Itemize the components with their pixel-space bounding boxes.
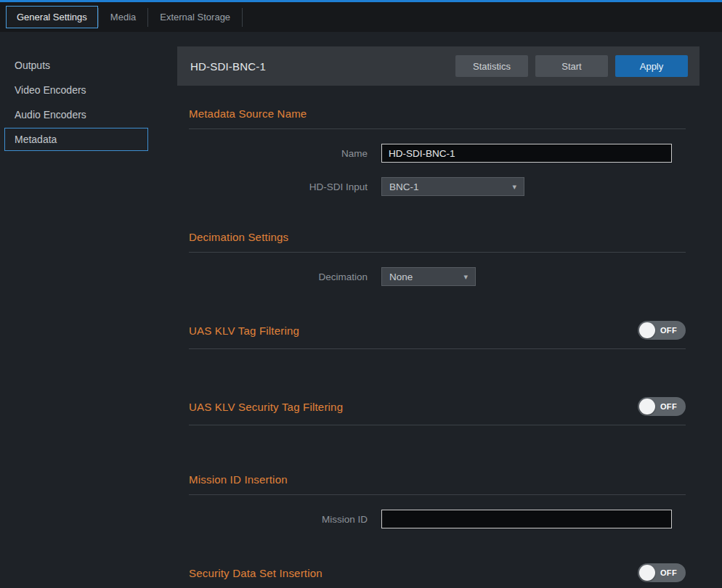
sidebar: Outputs Video Encoders Audio Encoders Me… bbox=[0, 32, 177, 588]
page-title: HD-SDI-BNC-1 bbox=[190, 60, 266, 73]
section-title: UAS KLV Tag Filtering bbox=[189, 324, 299, 337]
section-decimation-settings: Decimation Settings bbox=[189, 231, 686, 243]
mission-id-row: Mission ID bbox=[189, 510, 686, 528]
section-divider bbox=[189, 348, 686, 349]
settings-form: Metadata Source Name Name HD-SDI Input B… bbox=[177, 107, 699, 588]
toggle-state-label: OFF bbox=[660, 568, 677, 577]
sidebar-item-outputs[interactable]: Outputs bbox=[4, 54, 148, 77]
section-uas-klv-tag-filtering: UAS KLV Tag Filtering OFF bbox=[189, 321, 686, 340]
section-mission-id-insertion: Mission ID Insertion bbox=[189, 473, 686, 486]
decimation-label: Decimation bbox=[189, 271, 381, 282]
toggle-knob bbox=[639, 322, 655, 338]
toggle-knob bbox=[639, 399, 655, 415]
chevron-down-icon: ▾ bbox=[463, 272, 468, 282]
sidebar-item-metadata[interactable]: Metadata bbox=[4, 128, 148, 151]
mission-id-input[interactable] bbox=[381, 510, 672, 528]
hd-sdi-input-row: HD-SDI Input BNC-1 ▾ bbox=[189, 177, 686, 196]
sidebar-item-video-encoders[interactable]: Video Encoders bbox=[4, 78, 148, 102]
section-divider bbox=[189, 494, 686, 495]
section-title: Security Data Set Insertion bbox=[189, 567, 323, 579]
toggle-knob bbox=[639, 565, 655, 581]
section-divider bbox=[189, 128, 686, 129]
decimation-row: Decimation None ▾ bbox=[189, 267, 686, 286]
toggle-state-label: OFF bbox=[660, 402, 677, 411]
security-data-set-insertion-toggle[interactable]: OFF bbox=[638, 563, 686, 582]
tab-label: External Storage bbox=[160, 12, 230, 23]
tab-external-storage[interactable]: External Storage bbox=[148, 6, 242, 28]
panel-header: HD-SDI-BNC-1 Statistics Start Apply bbox=[177, 46, 699, 86]
name-input[interactable] bbox=[381, 144, 672, 163]
section-security-data-set-insertion: Security Data Set Insertion OFF bbox=[189, 563, 686, 582]
top-tab-bar: General Settings Media External Storage bbox=[0, 0, 722, 32]
chevron-down-icon: ▾ bbox=[512, 182, 516, 192]
section-title: Decimation Settings bbox=[189, 231, 288, 243]
section-divider bbox=[189, 425, 686, 425]
tab-general-settings[interactable]: General Settings bbox=[6, 6, 98, 28]
statistics-button[interactable]: Statistics bbox=[455, 55, 528, 77]
section-uas-klv-security-tag-filtering: UAS KLV Security Tag Filtering OFF bbox=[189, 397, 686, 416]
apply-button[interactable]: Apply bbox=[615, 55, 688, 77]
mission-id-label: Mission ID bbox=[189, 514, 381, 525]
section-metadata-source-name: Metadata Source Name bbox=[189, 107, 686, 120]
toggle-state-label: OFF bbox=[660, 326, 677, 335]
tab-media[interactable]: Media bbox=[99, 6, 147, 28]
header-buttons: Statistics Start Apply bbox=[455, 55, 688, 77]
sidebar-item-audio-encoders[interactable]: Audio Encoders bbox=[4, 103, 148, 126]
section-title: Metadata Source Name bbox=[189, 107, 307, 120]
section-title: Mission ID Insertion bbox=[189, 473, 288, 486]
decimation-select[interactable]: None ▾ bbox=[381, 267, 476, 286]
name-label: Name bbox=[189, 148, 381, 159]
uas-klv-tag-filtering-toggle[interactable]: OFF bbox=[638, 321, 686, 340]
section-divider bbox=[189, 252, 686, 253]
selected-value: None bbox=[389, 271, 413, 282]
name-row: Name bbox=[189, 144, 686, 163]
tab-separator bbox=[242, 8, 243, 27]
selected-value: BNC-1 bbox=[389, 181, 419, 192]
start-button[interactable]: Start bbox=[535, 55, 608, 77]
uas-klv-security-tag-filtering-toggle[interactable]: OFF bbox=[638, 397, 686, 416]
tab-label: Media bbox=[110, 12, 136, 23]
hd-sdi-input-select[interactable]: BNC-1 ▾ bbox=[381, 177, 524, 196]
section-title: UAS KLV Security Tag Filtering bbox=[189, 401, 343, 413]
main-panel: HD-SDI-BNC-1 Statistics Start Apply Meta… bbox=[177, 32, 699, 588]
tab-label: General Settings bbox=[17, 12, 87, 23]
hd-sdi-input-label: HD-SDI Input bbox=[189, 181, 381, 192]
